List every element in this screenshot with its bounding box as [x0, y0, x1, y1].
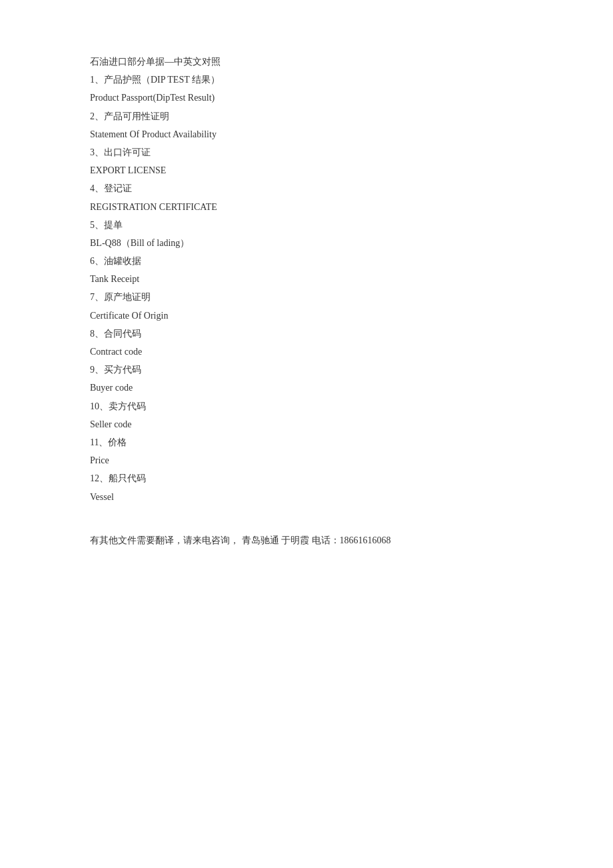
item-6-chinese: 6、油罐收据 — [90, 253, 523, 269]
item-1-english: Product Passport(DipTest Result) — [90, 89, 523, 106]
item-8-chinese: 8、合同代码 — [90, 325, 523, 342]
item-12-english: Vessel — [90, 489, 523, 505]
page-container: 石油进口部分单据—中英文对照 1、产品护照（DIP TEST 结果） Produ… — [0, 0, 613, 602]
item-9-chinese: 9、买方代码 — [90, 361, 523, 378]
item-9-english: Buyer code — [90, 379, 523, 396]
item-7-english: Certificate Of Origin — [90, 307, 523, 324]
footer-text: 有其他文件需要翻译，请来电咨询， 青岛驰通 于明霞 电话：18661616068 — [90, 532, 523, 549]
item-10-english: Seller code — [90, 416, 523, 433]
item-4-english: REGISTRATION CERTIFICATE — [90, 199, 523, 215]
item-11-english: Price — [90, 452, 523, 469]
title-line: 石油进口部分单据—中英文对照 — [90, 53, 523, 70]
item-7-chinese: 7、原产地证明 — [90, 289, 523, 305]
item-2-chinese: 2、产品可用性证明 — [90, 108, 523, 125]
item-2-english: Statement Of Product Availability — [90, 126, 523, 143]
item-3-english: EXPORT LICENSE — [90, 162, 523, 179]
item-3-chinese: 3、出口许可证 — [90, 144, 523, 161]
item-1-chinese: 1、产品护照（DIP TEST 结果） — [90, 71, 523, 88]
item-6-english: Tank Receipt — [90, 271, 523, 287]
item-8-english: Contract code — [90, 343, 523, 360]
item-5-english: BL-Q88（Bill of lading） — [90, 235, 523, 251]
content-block: 石油进口部分单据—中英文对照 1、产品护照（DIP TEST 结果） Produ… — [90, 53, 523, 549]
spacer — [90, 507, 523, 519]
item-12-chinese: 12、船只代码 — [90, 470, 523, 487]
item-5-chinese: 5、提单 — [90, 217, 523, 233]
item-11-chinese: 11、价格 — [90, 434, 523, 451]
item-4-chinese: 4、登记证 — [90, 180, 523, 197]
item-10-chinese: 10、卖方代码 — [90, 398, 523, 415]
